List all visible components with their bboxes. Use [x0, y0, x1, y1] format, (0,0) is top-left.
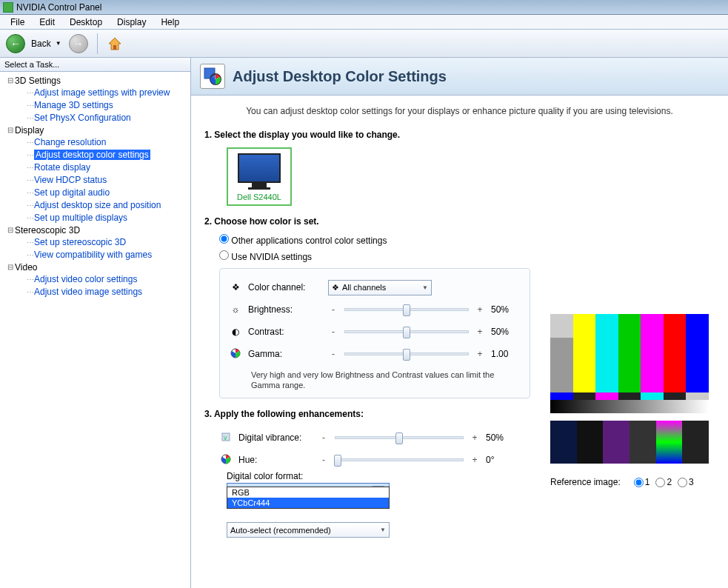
- task-tree: ⊟3D SettingsAdjust image settings with p…: [0, 72, 190, 588]
- monitor-icon: [238, 153, 281, 183]
- tree-twisty-icon[interactable]: ⊟: [6, 261, 15, 273]
- title-bar: NVIDIA Control Panel: [0, 0, 728, 15]
- menu-bar: File Edit Desktop Display Help: [0, 15, 728, 30]
- checker-row: [550, 421, 709, 464]
- page-description: You can adjust desktop color settings fo…: [191, 96, 728, 130]
- tree-item[interactable]: Adjust video image settings: [34, 287, 142, 297]
- tree-item[interactable]: Manage 3D settings: [34, 100, 113, 110]
- colorbar-row1: [550, 314, 709, 338]
- dcf-option-ycbcr444[interactable]: YCbCr444: [227, 498, 389, 508]
- digital-color-format-popup: RGB YCbCr444: [227, 487, 390, 509]
- display-name: Dell S2440L: [237, 193, 281, 201]
- color-group: ❖ Color channel: ❖All channels▼ ☼ Bright…: [219, 268, 530, 398]
- tree-twisty-icon[interactable]: ⊟: [6, 224, 15, 236]
- ref-radio-3[interactable]: 3: [678, 477, 694, 487]
- tree-item[interactable]: Rotate display: [34, 162, 90, 173]
- tree-item[interactable]: Change resolution: [34, 137, 106, 147]
- tree-item[interactable]: View HDCP status: [34, 175, 107, 185]
- tree-item[interactable]: Adjust image settings with preview: [34, 87, 170, 98]
- sidebar: Select a Task... ⊟3D SettingsAdjust imag…: [0, 58, 191, 588]
- hue-icon: [219, 454, 233, 467]
- tree-group[interactable]: Display: [15, 124, 44, 136]
- tree-item[interactable]: Set up multiple displays: [34, 213, 127, 223]
- color-channel-icon: ❖: [229, 282, 242, 293]
- page-icon: [200, 64, 225, 89]
- home-icon[interactable]: [107, 36, 123, 52]
- forward-button[interactable]: →: [69, 34, 88, 53]
- tree-item[interactable]: View compatibility with games: [34, 250, 152, 260]
- gradient-bar: [550, 400, 709, 413]
- tree-item[interactable]: Adjust desktop size and position: [34, 200, 161, 210]
- step1-title: 1. Select the display you would like to …: [204, 130, 715, 140]
- sidebar-header: Select a Task...: [0, 58, 190, 72]
- hue-value: 0°: [486, 455, 515, 465]
- toolbar: ← Back ▼ →: [0, 30, 728, 58]
- tree-twisty-icon[interactable]: ⊟: [6, 124, 15, 136]
- gamma-value: 1.00: [491, 349, 521, 359]
- gamma-label: Gamma:: [248, 349, 322, 359]
- tree-item[interactable]: Adjust video color settings: [34, 274, 137, 284]
- tree-group[interactable]: 3D Settings: [15, 75, 61, 87]
- tree-group[interactable]: Stereoscopic 3D: [15, 224, 80, 236]
- gamma-slider[interactable]: [344, 353, 469, 355]
- reference-preview: Reference image: 1 2 3: [550, 314, 709, 487]
- ref-radio-2[interactable]: 2: [655, 477, 672, 487]
- tree-twisty-icon[interactable]: ⊟: [6, 75, 15, 87]
- svg-rect-1: [204, 68, 215, 78]
- digital-vibrance-label: Digital vibrance:: [238, 432, 313, 443]
- menu-edit[interactable]: Edit: [32, 16, 62, 29]
- hue-label: Hue:: [238, 455, 313, 465]
- brightness-slider[interactable]: [344, 308, 469, 311]
- tree-item[interactable]: Adjust desktop color settings: [34, 150, 150, 160]
- colorbar-row3: [550, 392, 709, 400]
- reference-image-label: Reference image:: [550, 477, 621, 487]
- color-channel-dropdown[interactable]: ❖All channels▼: [328, 280, 432, 295]
- digital-vibrance-value: 50%: [486, 432, 515, 443]
- tree-group[interactable]: Video: [15, 261, 37, 273]
- back-button[interactable]: ←: [6, 34, 25, 53]
- ref-radio-1[interactable]: 1: [634, 477, 650, 487]
- menu-file[interactable]: File: [3, 16, 32, 29]
- back-label[interactable]: Back: [31, 39, 51, 49]
- page-title: Adjust Desktop Color Settings: [233, 68, 447, 85]
- digital-vibrance-icon: v: [219, 432, 233, 444]
- page-header: Adjust Desktop Color Settings: [191, 58, 728, 96]
- svg-rect-0: [113, 45, 116, 50]
- window-title: NVIDIA Control Panel: [16, 2, 101, 13]
- dcf-option-rgb[interactable]: RGB: [227, 487, 389, 498]
- nvidia-icon: [3, 2, 13, 13]
- step2-title: 2. Choose how color is set.: [204, 216, 715, 227]
- brightness-icon: ☼: [229, 304, 242, 315]
- menu-display[interactable]: Display: [110, 16, 153, 29]
- contrast-slider[interactable]: [344, 330, 469, 333]
- svg-text:v: v: [224, 434, 227, 441]
- contrast-value: 50%: [491, 327, 521, 337]
- brightness-label: Brightness:: [248, 304, 322, 315]
- tree-item[interactable]: Set up digital audio: [34, 187, 110, 198]
- hue-slider[interactable]: [335, 458, 464, 461]
- brightness-value: 50%: [491, 304, 521, 315]
- menu-help[interactable]: Help: [153, 16, 187, 29]
- contrast-label: Contrast:: [248, 327, 322, 337]
- toolbar-separator: [97, 33, 98, 54]
- gamma-icon: [229, 348, 242, 361]
- color-channel-label: Color channel:: [248, 282, 322, 293]
- digital-vibrance-slider[interactable]: [335, 436, 464, 439]
- menu-desktop[interactable]: Desktop: [62, 16, 110, 29]
- content-type-dropdown[interactable]: Auto-select (recommended)▼: [227, 522, 390, 538]
- tree-item[interactable]: Set up stereoscopic 3D: [34, 237, 126, 247]
- display-card[interactable]: Dell S2440L: [227, 147, 292, 206]
- gamma-hint: Very high and very low Brightness and Co…: [251, 370, 521, 390]
- radio-nvidia[interactable]: Use NVIDIA settings: [219, 250, 715, 262]
- tree-item[interactable]: Set PhysX Configuration: [34, 113, 131, 123]
- back-dropdown-icon[interactable]: ▼: [56, 40, 61, 47]
- radio-other-apps[interactable]: Other applications control color setting…: [219, 234, 715, 246]
- colorbar-row2: [550, 338, 709, 392]
- contrast-icon: ◐: [229, 327, 242, 337]
